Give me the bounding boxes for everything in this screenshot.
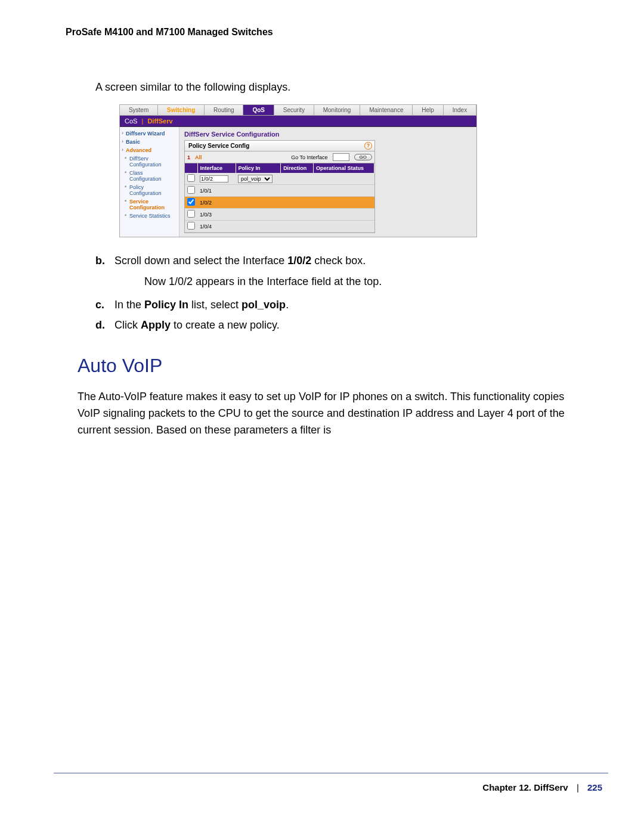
paragraph-auto-voip: The Auto-VoIP feature makes it easy to s… bbox=[78, 389, 584, 439]
intro-text: A screen similar to the following displa… bbox=[95, 79, 590, 95]
step-d: d. Click Apply to create a new policy. bbox=[95, 317, 590, 334]
policy-service-table: Interface Policy In Direction Operationa… bbox=[185, 163, 374, 233]
tab-security[interactable]: Security bbox=[274, 105, 314, 115]
goto-input[interactable] bbox=[333, 153, 349, 161]
row-checkbox[interactable] bbox=[187, 210, 195, 218]
sidebar-item-diffserv-config[interactable]: DiffServ Configuration bbox=[121, 154, 178, 169]
sidebar-item-wizard[interactable]: Diffserv Wizard bbox=[121, 129, 178, 138]
col-interface: Interface bbox=[197, 163, 236, 173]
sidebar-item-basic[interactable]: Basic bbox=[121, 138, 178, 146]
top-nav: System Switching Routing QoS Security Mo… bbox=[120, 105, 476, 116]
tab-help[interactable]: Help bbox=[413, 105, 443, 115]
step-c: c. In the Policy In list, select pol_voi… bbox=[95, 296, 590, 314]
tab-index[interactable]: Index bbox=[444, 105, 476, 115]
col-direction: Direction bbox=[281, 163, 314, 173]
subnav-sep: | bbox=[139, 117, 145, 125]
grid-title: Policy Service Config ? bbox=[185, 141, 374, 151]
filter-row: 1 All Go To Interface GO bbox=[185, 151, 374, 163]
help-icon[interactable]: ? bbox=[364, 142, 372, 150]
screenshot-panel: System Switching Routing QoS Security Mo… bbox=[119, 104, 477, 237]
tab-monitoring[interactable]: Monitoring bbox=[314, 105, 361, 115]
table-row[interactable]: 1/0/2 bbox=[185, 197, 374, 209]
sidebar-item-class-config[interactable]: Class Configuration bbox=[121, 169, 178, 183]
sidebar-item-advanced[interactable]: Advanced bbox=[121, 146, 178, 154]
table-row[interactable]: 1/0/3 bbox=[185, 209, 374, 221]
footer-chapter: Chapter 12. DiffServ bbox=[482, 782, 568, 792]
row-checkbox[interactable] bbox=[187, 186, 195, 194]
tab-routing[interactable]: Routing bbox=[205, 105, 243, 115]
edit-checkbox[interactable] bbox=[187, 174, 195, 182]
go-button[interactable]: GO bbox=[354, 154, 372, 160]
footer-page: 225 bbox=[587, 782, 602, 792]
filter-page-1[interactable]: 1 bbox=[187, 154, 190, 160]
sidebar-item-service-stats[interactable]: Service Statistics bbox=[121, 212, 178, 220]
edit-interface-input[interactable] bbox=[200, 175, 228, 182]
filter-all[interactable]: All bbox=[195, 154, 202, 160]
row-checkbox[interactable] bbox=[187, 198, 195, 206]
sidebar-item-service-config[interactable]: Service Configuration bbox=[121, 197, 178, 212]
subnav-cos[interactable]: CoS bbox=[125, 117, 137, 125]
step-b: b. Scroll down and select the Interface … bbox=[95, 252, 590, 270]
col-op-status: Operational Status bbox=[314, 163, 374, 173]
panel-title: DiffServ Service Configuration bbox=[184, 131, 472, 138]
edit-policy-select[interactable]: pol_voip bbox=[238, 175, 273, 183]
footer: Chapter 12. DiffServ | 225 bbox=[482, 782, 602, 792]
table-row[interactable]: 1/0/1 bbox=[185, 185, 374, 197]
sub-nav: CoS | DiffServ bbox=[120, 116, 476, 127]
footer-rule bbox=[54, 773, 608, 773]
tab-switching[interactable]: Switching bbox=[158, 105, 205, 115]
heading-auto-voip: Auto VoIP bbox=[78, 355, 590, 377]
sidebar-item-policy-config[interactable]: Policy Configuration bbox=[121, 183, 178, 197]
tab-qos[interactable]: QoS bbox=[243, 105, 274, 115]
left-sidebar: Diffserv Wizard Basic Advanced DiffServ … bbox=[120, 127, 179, 237]
tab-maintenance[interactable]: Maintenance bbox=[360, 105, 413, 115]
table-edit-row: pol_voip bbox=[185, 173, 374, 185]
subnav-diffserv[interactable]: DiffServ bbox=[147, 117, 172, 125]
doc-header: ProSafe M4100 and M7100 Managed Switches bbox=[66, 27, 590, 38]
col-policy-in: Policy In bbox=[236, 163, 281, 173]
row-checkbox[interactable] bbox=[187, 222, 195, 230]
table-row[interactable]: 1/0/4 bbox=[185, 221, 374, 233]
goto-label: Go To Interface bbox=[291, 154, 327, 160]
tab-system[interactable]: System bbox=[120, 105, 158, 115]
step-b-sub: Now 1/0/2 appears in the Interface field… bbox=[144, 273, 590, 290]
